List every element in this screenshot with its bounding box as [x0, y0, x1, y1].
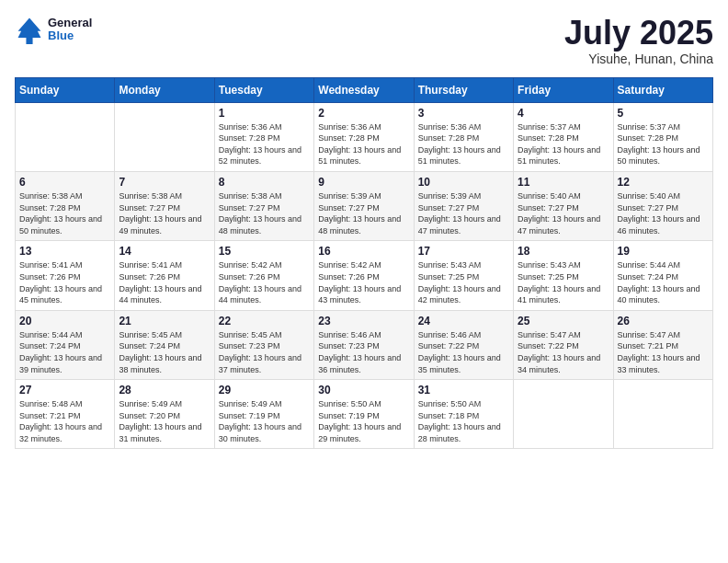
- day-number: 26: [618, 315, 709, 327]
- day-cell: 31Sunrise: 5:50 AM Sunset: 7:18 PM Dayli…: [414, 380, 513, 449]
- day-number: 1: [219, 107, 310, 120]
- day-info: Sunrise: 5:43 AM Sunset: 7:25 PM Dayligh…: [418, 259, 509, 305]
- day-cell: 9Sunrise: 5:39 AM Sunset: 7:27 PM Daylig…: [314, 171, 414, 240]
- day-info: Sunrise: 5:42 AM Sunset: 7:26 PM Dayligh…: [318, 259, 409, 305]
- logo-text: General Blue: [48, 17, 92, 43]
- header-monday: Monday: [115, 77, 214, 102]
- day-number: 24: [418, 315, 509, 327]
- logo: General Blue: [15, 15, 92, 44]
- day-number: 10: [418, 176, 509, 189]
- week-row-5: 27Sunrise: 5:48 AM Sunset: 7:21 PM Dayli…: [16, 380, 713, 449]
- day-number: 28: [119, 384, 210, 396]
- day-info: Sunrise: 5:37 AM Sunset: 7:28 PM Dayligh…: [518, 121, 609, 167]
- day-info: Sunrise: 5:47 AM Sunset: 7:22 PM Dayligh…: [518, 329, 609, 375]
- day-number: 30: [318, 384, 409, 396]
- day-number: 17: [418, 245, 509, 258]
- day-number: 8: [219, 176, 310, 189]
- day-number: 20: [19, 315, 110, 327]
- week-row-4: 20Sunrise: 5:44 AM Sunset: 7:24 PM Dayli…: [16, 310, 713, 379]
- day-cell: 8Sunrise: 5:38 AM Sunset: 7:27 PM Daylig…: [214, 171, 313, 240]
- day-number: 9: [318, 176, 409, 189]
- day-info: Sunrise: 5:40 AM Sunset: 7:27 PM Dayligh…: [618, 190, 709, 236]
- day-number: 29: [219, 384, 310, 396]
- month-year: July 2025: [564, 15, 713, 52]
- day-cell: 6Sunrise: 5:38 AM Sunset: 7:28 PM Daylig…: [16, 171, 115, 240]
- day-cell: 22Sunrise: 5:45 AM Sunset: 7:23 PM Dayli…: [214, 310, 313, 379]
- day-cell: 26Sunrise: 5:47 AM Sunset: 7:21 PM Dayli…: [613, 310, 712, 379]
- day-info: Sunrise: 5:38 AM Sunset: 7:27 PM Dayligh…: [119, 190, 210, 236]
- day-cell: 15Sunrise: 5:42 AM Sunset: 7:26 PM Dayli…: [214, 241, 313, 310]
- day-cell: 28Sunrise: 5:49 AM Sunset: 7:20 PM Dayli…: [115, 380, 214, 449]
- day-info: Sunrise: 5:39 AM Sunset: 7:27 PM Dayligh…: [418, 190, 509, 236]
- day-number: 25: [518, 315, 609, 327]
- day-number: 27: [19, 384, 110, 396]
- day-info: Sunrise: 5:48 AM Sunset: 7:21 PM Dayligh…: [19, 398, 110, 444]
- day-cell: 29Sunrise: 5:49 AM Sunset: 7:19 PM Dayli…: [214, 380, 313, 449]
- day-cell: 3Sunrise: 5:36 AM Sunset: 7:28 PM Daylig…: [414, 102, 513, 171]
- day-cell: 5Sunrise: 5:37 AM Sunset: 7:28 PM Daylig…: [613, 102, 712, 171]
- day-cell: [514, 380, 613, 449]
- day-cell: 21Sunrise: 5:45 AM Sunset: 7:24 PM Dayli…: [115, 310, 214, 379]
- day-info: Sunrise: 5:40 AM Sunset: 7:27 PM Dayligh…: [518, 190, 609, 236]
- day-info: Sunrise: 5:44 AM Sunset: 7:24 PM Dayligh…: [19, 329, 110, 375]
- day-info: Sunrise: 5:42 AM Sunset: 7:26 PM Dayligh…: [219, 259, 310, 305]
- day-number: 4: [518, 107, 609, 120]
- day-cell: 7Sunrise: 5:38 AM Sunset: 7:27 PM Daylig…: [115, 171, 214, 240]
- header-saturday: Saturday: [613, 77, 712, 102]
- svg-marker-0: [18, 18, 41, 44]
- day-number: 31: [418, 384, 509, 396]
- day-number: 22: [219, 315, 310, 327]
- day-info: Sunrise: 5:44 AM Sunset: 7:24 PM Dayligh…: [618, 259, 709, 305]
- day-cell: 11Sunrise: 5:40 AM Sunset: 7:27 PM Dayli…: [514, 171, 613, 240]
- day-number: 11: [518, 176, 609, 189]
- day-cell: [16, 102, 115, 171]
- header-wednesday: Wednesday: [314, 77, 414, 102]
- day-number: 14: [119, 245, 210, 258]
- day-cell: 19Sunrise: 5:44 AM Sunset: 7:24 PM Dayli…: [613, 241, 712, 310]
- day-number: 18: [518, 245, 609, 258]
- day-cell: 1Sunrise: 5:36 AM Sunset: 7:28 PM Daylig…: [214, 102, 313, 171]
- day-cell: 4Sunrise: 5:37 AM Sunset: 7:28 PM Daylig…: [514, 102, 613, 171]
- day-cell: 2Sunrise: 5:36 AM Sunset: 7:28 PM Daylig…: [314, 102, 414, 171]
- day-number: 19: [618, 245, 709, 258]
- day-number: 13: [19, 245, 110, 258]
- day-cell: 18Sunrise: 5:43 AM Sunset: 7:25 PM Dayli…: [514, 241, 613, 310]
- logo-blue: Blue: [48, 29, 92, 42]
- header-tuesday: Tuesday: [214, 77, 313, 102]
- calendar-table: SundayMondayTuesdayWednesdayThursdayFrid…: [15, 77, 713, 450]
- day-info: Sunrise: 5:49 AM Sunset: 7:19 PM Dayligh…: [219, 398, 310, 444]
- week-row-1: 1Sunrise: 5:36 AM Sunset: 7:28 PM Daylig…: [16, 102, 713, 171]
- day-info: Sunrise: 5:38 AM Sunset: 7:28 PM Dayligh…: [19, 190, 110, 236]
- day-info: Sunrise: 5:43 AM Sunset: 7:25 PM Dayligh…: [518, 259, 609, 305]
- day-info: Sunrise: 5:46 AM Sunset: 7:22 PM Dayligh…: [418, 329, 509, 375]
- location: Yisuhe, Hunan, China: [564, 52, 713, 66]
- day-cell: 16Sunrise: 5:42 AM Sunset: 7:26 PM Dayli…: [314, 241, 414, 310]
- day-info: Sunrise: 5:41 AM Sunset: 7:26 PM Dayligh…: [19, 259, 110, 305]
- day-number: 16: [318, 245, 409, 258]
- header-sunday: Sunday: [16, 77, 115, 102]
- day-number: 21: [119, 315, 210, 327]
- day-cell: 23Sunrise: 5:46 AM Sunset: 7:23 PM Dayli…: [314, 310, 414, 379]
- day-number: 2: [318, 107, 409, 120]
- day-cell: 25Sunrise: 5:47 AM Sunset: 7:22 PM Dayli…: [514, 310, 613, 379]
- day-info: Sunrise: 5:50 AM Sunset: 7:19 PM Dayligh…: [318, 398, 409, 444]
- day-info: Sunrise: 5:41 AM Sunset: 7:26 PM Dayligh…: [119, 259, 210, 305]
- week-row-2: 6Sunrise: 5:38 AM Sunset: 7:28 PM Daylig…: [16, 171, 713, 240]
- day-info: Sunrise: 5:36 AM Sunset: 7:28 PM Dayligh…: [318, 121, 409, 167]
- calendar-header-row: SundayMondayTuesdayWednesdayThursdayFrid…: [16, 77, 713, 102]
- day-info: Sunrise: 5:45 AM Sunset: 7:23 PM Dayligh…: [219, 329, 310, 375]
- day-cell: 30Sunrise: 5:50 AM Sunset: 7:19 PM Dayli…: [314, 380, 414, 449]
- day-info: Sunrise: 5:49 AM Sunset: 7:20 PM Dayligh…: [119, 398, 210, 444]
- day-info: Sunrise: 5:47 AM Sunset: 7:21 PM Dayligh…: [618, 329, 709, 375]
- day-info: Sunrise: 5:37 AM Sunset: 7:28 PM Dayligh…: [618, 121, 709, 167]
- day-info: Sunrise: 5:36 AM Sunset: 7:28 PM Dayligh…: [418, 121, 509, 167]
- day-info: Sunrise: 5:36 AM Sunset: 7:28 PM Dayligh…: [219, 121, 310, 167]
- day-cell: 13Sunrise: 5:41 AM Sunset: 7:26 PM Dayli…: [16, 241, 115, 310]
- day-number: 23: [318, 315, 409, 327]
- day-number: 6: [19, 176, 110, 189]
- day-info: Sunrise: 5:45 AM Sunset: 7:24 PM Dayligh…: [119, 329, 210, 375]
- week-row-3: 13Sunrise: 5:41 AM Sunset: 7:26 PM Dayli…: [16, 241, 713, 310]
- day-cell: 14Sunrise: 5:41 AM Sunset: 7:26 PM Dayli…: [115, 241, 214, 310]
- header-friday: Friday: [514, 77, 613, 102]
- logo-general: General: [48, 17, 92, 29]
